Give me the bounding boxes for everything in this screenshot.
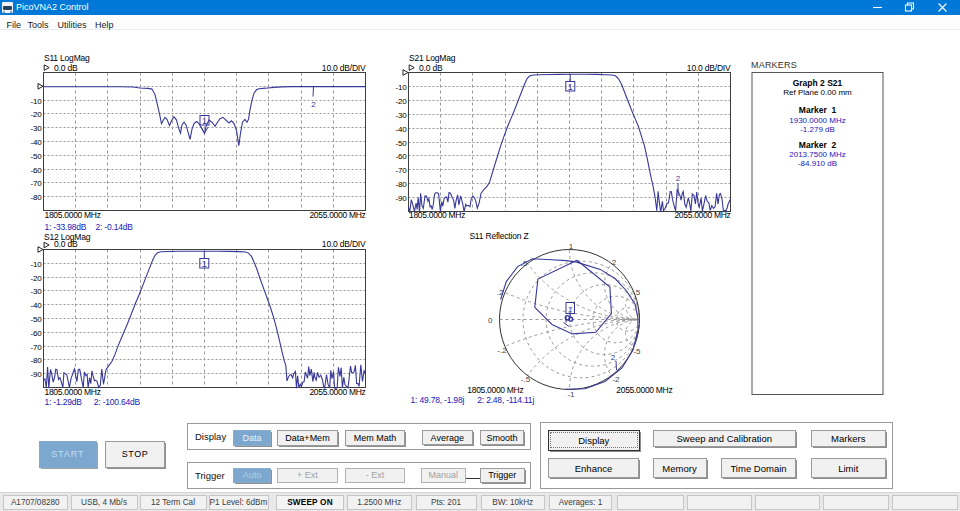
svg-text:2013.7500 MHz: 2013.7500 MHz bbox=[789, 150, 845, 159]
svg-text:0.0 dB: 0.0 dB bbox=[419, 63, 443, 73]
svg-text:-50: -50 bbox=[31, 152, 43, 161]
svg-text:10.0 dB/DIV: 10.0 dB/DIV bbox=[322, 239, 366, 249]
svg-text:2055.0000 MHz: 2055.0000 MHz bbox=[674, 210, 730, 220]
svg-text:2: 2 bbox=[612, 258, 617, 267]
svg-text:10.0 dB/DIV: 10.0 dB/DIV bbox=[322, 63, 366, 73]
svg-text:1805.0000 MHz: 1805.0000 MHz bbox=[45, 387, 101, 397]
svg-text:Graph 2 S21: Graph 2 S21 bbox=[793, 78, 843, 88]
svg-text:-84.910 dB: -84.910 dB bbox=[798, 159, 837, 168]
svg-text:-60: -60 bbox=[31, 166, 43, 175]
svg-text:S11 LogMag: S11 LogMag bbox=[44, 53, 90, 63]
svg-text:2: -0.14dB: 2: -0.14dB bbox=[96, 222, 134, 232]
svg-text:-2: -2 bbox=[612, 375, 620, 384]
svg-text:S11 Reflection Z: S11 Reflection Z bbox=[469, 231, 528, 241]
svg-text:-10: -10 bbox=[396, 83, 408, 92]
svg-text:5: 5 bbox=[636, 288, 641, 297]
svg-text:-70: -70 bbox=[31, 343, 43, 352]
svg-text:-60: -60 bbox=[31, 329, 43, 338]
svg-text:2055.0000 MHz: 2055.0000 MHz bbox=[309, 387, 365, 397]
svg-text:2: -100.64dB: 2: -100.64dB bbox=[94, 397, 141, 407]
svg-text:Marker 1: Marker 1 bbox=[799, 105, 837, 115]
svg-text:-.2: -.2 bbox=[497, 346, 507, 355]
svg-text:2: 2 bbox=[611, 353, 616, 362]
svg-text:-20: -20 bbox=[31, 110, 43, 119]
svg-text:1: -1.29dB: 1: -1.29dB bbox=[45, 397, 83, 407]
svg-text:-20: -20 bbox=[396, 97, 408, 106]
svg-text:Ref Plane 0.00 mm: Ref Plane 0.00 mm bbox=[783, 88, 852, 97]
svg-text:-80: -80 bbox=[31, 193, 43, 202]
svg-text:2: 2.48, -114.11j: 2: 2.48, -114.11j bbox=[477, 395, 534, 405]
svg-text:-20: -20 bbox=[31, 274, 43, 283]
svg-text:2055.0000 MHz: 2055.0000 MHz bbox=[616, 385, 672, 395]
svg-text:-30: -30 bbox=[31, 124, 43, 133]
svg-text:1805.0000 MHz: 1805.0000 MHz bbox=[45, 210, 101, 220]
svg-text:2: 2 bbox=[676, 174, 681, 183]
svg-text:1805.0000 MHz: 1805.0000 MHz bbox=[409, 210, 465, 220]
svg-text:-70: -70 bbox=[396, 166, 408, 175]
svg-text:-40: -40 bbox=[31, 138, 43, 147]
svg-text:-80: -80 bbox=[31, 356, 43, 365]
svg-text:MARKERS: MARKERS bbox=[751, 60, 797, 70]
svg-text:1: -33.98dB: 1: -33.98dB bbox=[45, 222, 87, 232]
svg-text:1: 1 bbox=[569, 242, 574, 251]
svg-text:1: 1 bbox=[568, 82, 573, 92]
svg-text:-1: -1 bbox=[567, 390, 575, 399]
svg-text:-.5: -.5 bbox=[521, 375, 531, 384]
svg-text:1: 1 bbox=[202, 259, 207, 269]
svg-text:-50: -50 bbox=[31, 315, 43, 324]
svg-text:-90: -90 bbox=[396, 194, 408, 203]
svg-text:Marker 2: Marker 2 bbox=[799, 140, 837, 150]
svg-text:-30: -30 bbox=[396, 111, 408, 120]
svg-text:0: 0 bbox=[488, 316, 493, 325]
svg-text:S21 LogMag: S21 LogMag bbox=[409, 53, 456, 63]
svg-text:-40: -40 bbox=[396, 125, 408, 134]
svg-text:2: 2 bbox=[311, 100, 316, 109]
svg-text:-60: -60 bbox=[396, 152, 408, 161]
svg-text:-10: -10 bbox=[31, 97, 43, 106]
svg-text:1930.0000 MHz: 1930.0000 MHz bbox=[789, 116, 845, 125]
svg-text:0.0 dB: 0.0 dB bbox=[54, 239, 78, 249]
svg-text:1: 49.78, -1.98j: 1: 49.78, -1.98j bbox=[411, 395, 465, 405]
svg-text:1: 1 bbox=[202, 116, 207, 126]
svg-text:-5: -5 bbox=[633, 347, 641, 356]
svg-text:0.0 dB: 0.0 dB bbox=[54, 63, 78, 73]
svg-text:2055.0000 MHz: 2055.0000 MHz bbox=[309, 210, 365, 220]
svg-text:1: 1 bbox=[568, 305, 572, 314]
svg-text:-80: -80 bbox=[396, 180, 408, 189]
svg-text:-10: -10 bbox=[31, 260, 43, 269]
svg-text:-40: -40 bbox=[31, 301, 43, 310]
svg-text:-70: -70 bbox=[31, 179, 43, 188]
svg-text:-30: -30 bbox=[31, 287, 43, 296]
svg-text:-50: -50 bbox=[396, 139, 408, 148]
svg-text:10.0 dB/DIV: 10.0 dB/DIV bbox=[687, 63, 731, 73]
svg-text:-1.279 dB: -1.279 dB bbox=[800, 125, 835, 134]
svg-text:-90: -90 bbox=[31, 370, 43, 379]
